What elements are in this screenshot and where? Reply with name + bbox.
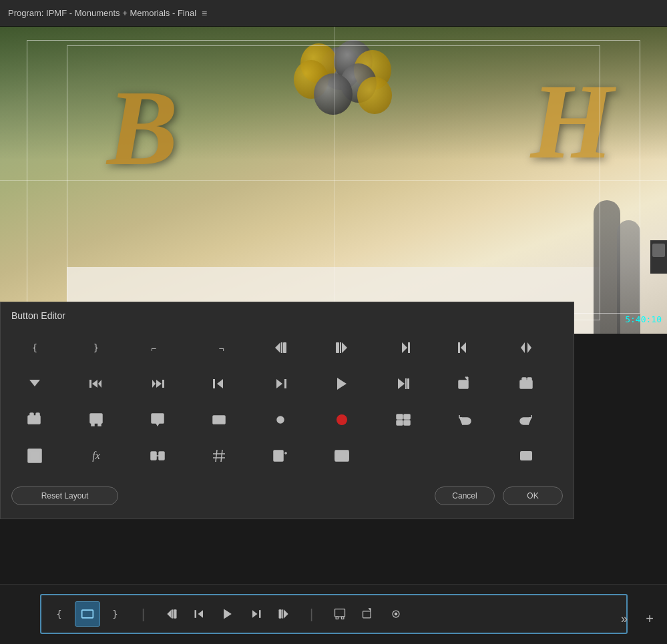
timeline-scrollbar[interactable] <box>650 240 667 274</box>
btn-record[interactable] <box>318 402 365 437</box>
svg-marker-14 <box>29 380 40 386</box>
tb-more-button[interactable]: » <box>614 608 635 629</box>
svg-rect-38 <box>91 423 94 426</box>
reset-layout-button[interactable]: Reset Layout <box>11 487 118 505</box>
btn-spacer1 <box>380 438 427 473</box>
svg-rect-4 <box>283 342 286 353</box>
tb-match-frame[interactable] <box>327 601 353 627</box>
btn-insert[interactable] <box>503 366 549 401</box>
svg-rect-20 <box>162 380 164 388</box>
svg-marker-10 <box>461 342 466 353</box>
svg-rect-51 <box>30 451 39 460</box>
btn-multi-cam[interactable] <box>380 402 427 437</box>
svg-rect-52 <box>151 452 156 460</box>
btn-go-out[interactable]: ⌐ <box>196 330 242 365</box>
svg-rect-81 <box>336 617 338 619</box>
svg-rect-78 <box>282 609 283 618</box>
btn-mark-in[interactable]: { <box>11 330 58 365</box>
btn-snap[interactable] <box>257 402 304 437</box>
svg-marker-41 <box>156 423 160 426</box>
svg-rect-47 <box>404 414 410 419</box>
btn-film[interactable] <box>318 438 365 473</box>
btn-clip-fx[interactable] <box>257 438 304 473</box>
btn-ripple-trim-prev[interactable] <box>134 366 181 401</box>
timeline-scroll-thumb[interactable] <box>652 244 665 257</box>
svg-rect-70 <box>172 609 173 618</box>
svg-marker-12 <box>521 342 525 353</box>
svg-point-45 <box>337 414 347 425</box>
tb-step-back[interactable] <box>187 601 212 627</box>
btn-go-last[interactable] <box>380 330 427 365</box>
tb-step-fwd[interactable] <box>243 601 268 627</box>
tb-rect-active[interactable] <box>75 601 100 627</box>
svg-rect-53 <box>159 452 164 460</box>
btn-safe-margins[interactable] <box>11 438 58 473</box>
btn-export-frame[interactable] <box>441 366 488 401</box>
svg-rect-82 <box>341 617 343 619</box>
btn-go-prev-edit[interactable] <box>257 330 304 365</box>
tb-play[interactable] <box>215 601 240 627</box>
svg-marker-2 <box>275 342 280 353</box>
btn-trim-mode[interactable] <box>134 438 181 473</box>
btn-add-marker[interactable] <box>11 366 58 401</box>
ok-button[interactable]: OK <box>503 487 563 505</box>
btn-redo[interactable] <box>503 402 549 437</box>
tb-mark-out[interactable]: } <box>103 601 128 627</box>
btn-go-first[interactable] <box>441 330 488 365</box>
btn-play[interactable] <box>318 366 365 401</box>
btn-step-fwd[interactable] <box>257 366 304 401</box>
tb-add-button[interactable]: + <box>639 608 660 629</box>
btn-step-back[interactable] <box>196 366 242 401</box>
svg-marker-77 <box>284 609 288 618</box>
tb-snap[interactable] <box>383 601 409 627</box>
svg-rect-79 <box>278 609 281 618</box>
svg-rect-72 <box>194 610 196 618</box>
tb-export-frame[interactable] <box>355 601 381 627</box>
cancel-button[interactable]: Cancel <box>435 487 495 505</box>
toolbar-right-controls: » + <box>614 608 660 629</box>
svg-marker-19 <box>152 380 156 388</box>
tb-separator-1: | <box>131 601 156 627</box>
btn-in-to-out[interactable] <box>196 402 242 437</box>
btn-go-in[interactable]: ⌐ <box>134 330 181 365</box>
svg-rect-39 <box>98 423 101 426</box>
video-area: B H 5:40:10 <box>0 27 667 334</box>
tb-go-prev[interactable] <box>159 601 184 627</box>
svg-marker-76 <box>252 610 258 618</box>
svg-rect-29 <box>459 380 468 388</box>
btn-mark-out[interactable]: } <box>73 330 120 365</box>
btn-undo[interactable] <box>441 402 488 437</box>
dialog-buttons: Reset Layout Cancel OK <box>1 481 574 508</box>
svg-rect-3 <box>281 342 282 353</box>
btn-match-frame[interactable] <box>73 402 120 437</box>
btn-go-in-out[interactable] <box>503 330 549 365</box>
svg-rect-11 <box>458 342 460 353</box>
svg-point-44 <box>279 418 282 421</box>
btn-play-to-out[interactable] <box>380 366 427 401</box>
svg-rect-68 <box>81 610 93 618</box>
btn-rect-bordered[interactable] <box>503 438 549 473</box>
crosshair-vertical <box>334 27 335 334</box>
svg-marker-15 <box>92 380 97 388</box>
program-title: Program: IPMF - Monuments + Memorials - … <box>8 8 196 18</box>
btn-ripple-trim-next[interactable] <box>73 366 120 401</box>
svg-rect-34 <box>28 416 40 424</box>
svg-rect-80 <box>335 609 345 617</box>
btn-hash[interactable] <box>196 438 242 473</box>
svg-marker-22 <box>217 379 223 388</box>
btn-fx[interactable]: fx <box>73 438 120 473</box>
svg-marker-13 <box>527 342 531 353</box>
time-display: 5:40:10 <box>625 314 662 324</box>
svg-marker-16 <box>98 380 101 388</box>
tb-mark-in[interactable]: { <box>47 601 72 627</box>
video-frame: B H <box>0 27 667 334</box>
menu-icon[interactable]: ≡ <box>202 8 207 19</box>
svg-rect-9 <box>408 342 410 353</box>
svg-rect-75 <box>259 610 261 618</box>
button-editor-title: Button Editor <box>1 302 574 328</box>
btn-match-frame-b[interactable] <box>134 402 181 437</box>
svg-rect-27 <box>405 378 407 389</box>
tb-go-next[interactable] <box>271 601 296 627</box>
btn-overwrite[interactable] <box>11 402 58 437</box>
btn-go-next-edit[interactable] <box>318 330 365 365</box>
